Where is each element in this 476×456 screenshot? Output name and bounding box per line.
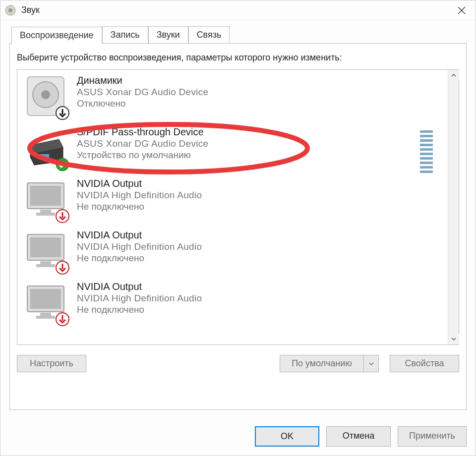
set-default-button[interactable]: По умолчанию [280,355,364,372]
svg-rect-27 [40,313,51,316]
playback-panel: Выберите устройство воспроизведения, пар… [9,43,467,410]
svg-rect-20 [30,237,61,257]
svg-rect-14 [30,186,61,206]
panel-button-row: Настроить По умолчанию Свойства [17,355,459,372]
apply-button[interactable]: Применить [398,426,467,447]
device-status: Устройство по умолчанию [77,150,208,161]
device-subtitle: NVIDIA High Definition Audio [77,190,202,201]
device-subtitle: ASUS Xonar DG Audio Device [77,87,208,98]
monitor-icon [23,280,68,325]
sound-icon [4,4,16,16]
device-title: NVIDIA Output [77,178,202,189]
close-button[interactable] [452,0,472,20]
tabstrip: Воспроизведение Запись Звуки Связь [11,26,467,43]
chevron-down-icon [369,361,374,366]
device-nvidia-2[interactable]: NVIDIA Output NVIDIA High Definition Aud… [17,225,448,276]
svg-point-1 [8,8,12,12]
titlebar: Звук [0,0,476,20]
monitor-icon [23,177,68,222]
unplugged-badge-icon [55,209,70,224]
device-subtitle: ASUS Xonar DG Audio Device [77,138,208,149]
device-spdif[interactable]: S/PDIF Pass-through Device ASUS Xonar DG… [17,121,448,173]
svg-rect-22 [36,264,55,267]
tab-communications[interactable]: Связь [188,26,230,43]
listbox-scrollbar[interactable] [448,70,459,344]
unplugged-badge-icon [55,260,70,275]
tab-playback[interactable]: Воспроизведение [11,27,102,44]
disabled-badge-icon [55,106,70,120]
svg-rect-11 [38,154,49,159]
instruction-text: Выберите устройство воспроизведения, пар… [17,52,459,63]
device-title: NVIDIA Output [77,281,202,292]
content: Воспроизведение Запись Звуки Связь Выбер… [0,20,476,420]
tab-recording[interactable]: Запись [102,26,148,43]
device-title: Динамики [77,75,208,86]
device-listbox: Динамики ASUS Xonar DG Audio Device Откл… [17,69,459,345]
svg-rect-16 [36,213,55,216]
properties-button[interactable]: Свойства [390,355,459,372]
device-title: S/PDIF Pass-through Device [77,126,208,138]
svg-rect-15 [40,210,51,213]
scroll-down-icon[interactable] [448,334,459,344]
monitor-icon [23,228,68,273]
tab-sounds[interactable]: Звуки [148,26,188,43]
cancel-button[interactable]: Отмена [326,426,391,447]
level-meter [420,130,433,173]
svg-rect-26 [30,289,61,309]
window-title: Звук [21,5,452,15]
configure-button[interactable]: Настроить [17,355,86,372]
unplugged-badge-icon [55,312,70,327]
set-default-split-button: По умолчанию [280,355,379,372]
spdif-icon [23,125,68,170]
device-list[interactable]: Динамики ASUS Xonar DG Audio Device Откл… [17,70,448,344]
device-status: Отключено [77,98,208,109]
device-subtitle: NVIDIA High Definition Audio [77,241,202,252]
device-title: NVIDIA Output [77,229,202,241]
device-nvidia-1[interactable]: NVIDIA Output NVIDIA High Definition Aud… [17,173,448,225]
sound-dialog: Звук Воспроизведение Запись Звуки Связь … [0,0,476,456]
svg-point-6 [41,90,50,99]
device-subtitle: NVIDIA High Definition Audio [77,293,202,304]
svg-point-12 [56,158,69,171]
device-status: Не подключено [77,304,202,315]
device-status: Не подключено [77,253,202,264]
svg-rect-21 [40,261,51,264]
set-default-dropdown[interactable] [364,355,379,372]
svg-rect-28 [36,316,55,319]
speaker-icon [23,74,68,118]
device-speakers[interactable]: Динамики ASUS Xonar DG Audio Device Откл… [17,70,448,121]
dialog-button-row: OK Отмена Применить [0,420,476,456]
ok-button[interactable]: OK [255,426,319,447]
device-status: Не подключено [77,201,202,212]
default-badge-icon [55,157,70,172]
device-nvidia-3[interactable]: NVIDIA Output NVIDIA High Definition Aud… [17,276,448,328]
scroll-up-icon[interactable] [448,70,459,81]
close-icon [457,6,466,15]
